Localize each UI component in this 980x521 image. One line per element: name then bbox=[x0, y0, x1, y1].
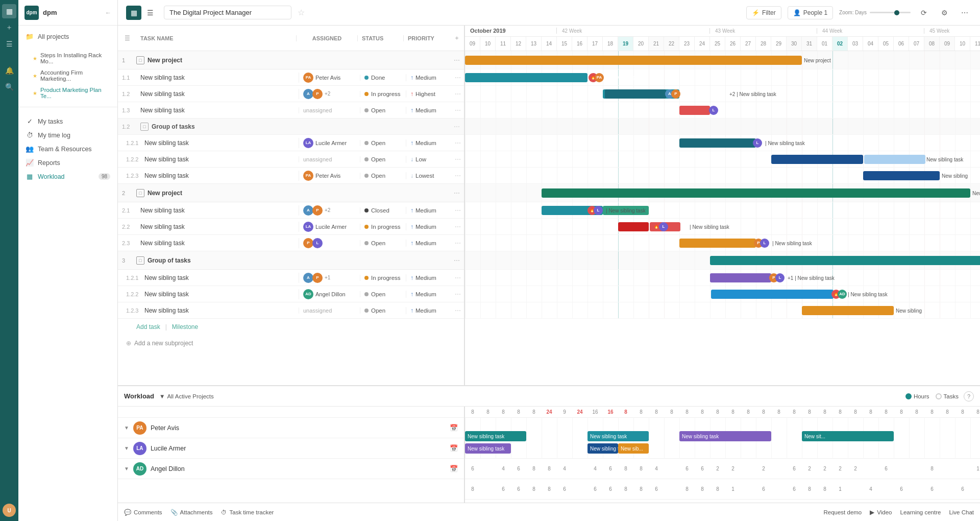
wl-cal-icon[interactable]: 📅 bbox=[450, 465, 458, 472]
sidebar-item-team-resources[interactable]: 👥 Team & Resources bbox=[18, 142, 117, 156]
add-task-row[interactable]: Add task | Milestone bbox=[118, 319, 464, 335]
task-more-button[interactable]: ⋯ bbox=[452, 90, 464, 98]
expand-arrow[interactable]: ▼ bbox=[124, 466, 129, 471]
filter-button[interactable]: ⚡ Filter bbox=[746, 6, 781, 19]
expand-arrow[interactable]: ▼ bbox=[124, 445, 129, 451]
task-assigned: unassigned bbox=[299, 107, 360, 113]
workload-section: Workload ▼ All Active Projects Hours Tas… bbox=[118, 385, 980, 503]
expand-arrow[interactable]: ▼ bbox=[124, 425, 129, 431]
subtask-row-1-2-2[interactable]: 1.2.2 New sibling task unassigned Open ↓… bbox=[118, 151, 464, 168]
task-more-button[interactable]: ⋯ bbox=[452, 74, 464, 81]
project-row-3[interactable]: 3 □ Group of tasks ⋯ bbox=[118, 251, 464, 270]
bell-icon[interactable]: 🔔 bbox=[2, 63, 16, 78]
task-more-button[interactable]: ⋯ bbox=[452, 107, 464, 114]
workload-person-angel[interactable]: ▼ AD Angel Dillon 📅 bbox=[118, 459, 464, 479]
user-avatar[interactable]: U bbox=[3, 504, 16, 517]
add-subproject-row[interactable]: ⊕ Add a new subproject bbox=[118, 335, 464, 351]
gantt-view-button[interactable]: ▦ bbox=[126, 6, 141, 20]
project-row-2[interactable]: 2 □ New project ⋯ bbox=[118, 184, 464, 202]
task-row-2-1[interactable]: 2.1 New sibling task A P +2 Closed ↑ bbox=[118, 202, 464, 219]
attachments-button[interactable]: 📎 Attachments bbox=[170, 509, 213, 516]
add-task-button[interactable]: Add task bbox=[136, 323, 160, 330]
sidebar-item-all-projects[interactable]: 📁 All projects bbox=[18, 30, 117, 43]
project-collapse-icon[interactable]: □ bbox=[136, 256, 144, 265]
task-more-button[interactable]: ⋯ bbox=[452, 139, 464, 147]
status-label: Open bbox=[371, 140, 385, 146]
gantt-chart[interactable]: October 2019 42 Week 43 Week 44 Week 45 … bbox=[465, 26, 980, 385]
zoom-slider[interactable] bbox=[870, 12, 911, 13]
comments-button[interactable]: 💬 Comments bbox=[124, 509, 162, 516]
more-options-button[interactable]: ⋯ bbox=[958, 6, 972, 20]
search-icon[interactable]: 🔍 bbox=[2, 80, 16, 94]
priority-label: Low bbox=[415, 156, 426, 162]
task-row-1-3[interactable]: 1.3 New sibling task unassigned Open ↑ M… bbox=[118, 102, 464, 119]
group-more-button[interactable]: ⋯ bbox=[454, 123, 460, 130]
priority-label: Medium bbox=[415, 107, 436, 113]
sidebar-item-my-time-log[interactable]: ⏱ My time log bbox=[18, 128, 117, 142]
project-name-input[interactable] bbox=[164, 6, 291, 19]
task-more-button[interactable]: ⋯ bbox=[452, 223, 464, 230]
workload-person-lucile[interactable]: ▼ LA Lucile Armer 📅 bbox=[118, 438, 464, 459]
video-button[interactable]: ▶ Video bbox=[870, 509, 892, 516]
hours-radio[interactable]: Hours bbox=[905, 393, 929, 399]
task-row-2-3[interactable]: 2.3 New sibling task P L Open ↑ Medium bbox=[118, 235, 464, 251]
subtask-row-3-3[interactable]: 1.2.3 New sibling task unassigned Open ↑… bbox=[118, 302, 464, 319]
help-button[interactable]: ? bbox=[964, 391, 974, 401]
tasks-radio[interactable]: Tasks bbox=[936, 393, 959, 399]
sidebar-item-workload[interactable]: ▦ Workload 98 bbox=[18, 170, 117, 183]
project-more-button[interactable]: ⋯ bbox=[454, 257, 460, 264]
add-column-button[interactable]: ＋ bbox=[450, 34, 464, 42]
starred-project-1[interactable]: ★ Steps In Installing Rack Mo... bbox=[18, 50, 117, 67]
settings-button[interactable]: ⚙ bbox=[937, 6, 951, 20]
workload-filter-button[interactable]: ▼ All Active Projects bbox=[159, 393, 214, 399]
task-more-button[interactable]: ⋯ bbox=[452, 307, 464, 314]
workload-person-peter[interactable]: ▼ PA Peter Avis 📅 bbox=[118, 418, 464, 438]
learning-button[interactable]: Learning centre bbox=[900, 509, 941, 515]
project-collapse-icon[interactable]: □ bbox=[136, 56, 144, 64]
task-more-button[interactable]: ⋯ bbox=[452, 156, 464, 163]
task-row-2-2[interactable]: 2.2 New sibling task LA Lucile Armer In … bbox=[118, 219, 464, 235]
history-button[interactable]: ⟳ bbox=[917, 6, 931, 20]
subtask-row-3-2[interactable]: 1.2.2 New sibling task AD Angel Dillon O… bbox=[118, 286, 464, 302]
group-collapse-icon[interactable]: □ bbox=[140, 123, 149, 131]
project-more-button[interactable]: ⋯ bbox=[454, 57, 460, 64]
subtask-row-1-2-3[interactable]: 1.2.3 New sibling task PA Peter Avis Ope… bbox=[118, 168, 464, 184]
task-more-button[interactable]: ⋯ bbox=[452, 207, 464, 214]
task-more-button[interactable]: ⋯ bbox=[452, 172, 464, 179]
task-priority: ↑ Highest bbox=[406, 90, 452, 98]
subtask-row-1-2-1[interactable]: 1.2.1 New sibling task LA Lucile Armer O… bbox=[118, 135, 464, 151]
task-row-1-1[interactable]: 1.1 New sibling task PA Peter Avis Done … bbox=[118, 69, 464, 86]
subtask-assigned: PA Peter Avis bbox=[299, 171, 360, 181]
request-demo-button[interactable]: Request demo bbox=[823, 509, 862, 515]
workload-gantt[interactable]: 8888824924161688888888888888888888888888… bbox=[465, 407, 980, 503]
wl-cal-icon[interactable]: 📅 bbox=[450, 424, 458, 432]
back-button[interactable]: ← bbox=[105, 9, 111, 16]
grid-icon[interactable]: ▦ bbox=[2, 4, 16, 18]
task-more-button[interactable]: ⋯ bbox=[452, 274, 464, 281]
project-more-button[interactable]: ⋯ bbox=[454, 190, 460, 197]
task-name: New sibling task bbox=[136, 240, 299, 247]
sidebar-item-reports[interactable]: 📈 Reports bbox=[18, 156, 117, 170]
wl-cal-icon[interactable]: 📅 bbox=[450, 444, 458, 452]
live-chat-button[interactable]: Live Chat bbox=[949, 509, 974, 515]
priority-icon: ↑ bbox=[410, 223, 413, 230]
task-row-1-2[interactable]: 1.2 New sibling task A P +2 In progress bbox=[118, 86, 464, 102]
header-menu-icon[interactable]: ☰ bbox=[118, 35, 136, 42]
plus-icon[interactable]: ＋ bbox=[2, 20, 16, 35]
task-time-tracker-button[interactable]: ⏱ Task time tracker bbox=[221, 509, 274, 515]
project-row-1[interactable]: 1 □ New project ⋯ bbox=[118, 51, 464, 69]
status-dot bbox=[364, 174, 369, 178]
favorite-button[interactable]: ☆ bbox=[298, 8, 305, 17]
sidebar-item-my-tasks[interactable]: ✓ My tasks bbox=[18, 114, 117, 128]
starred-project-3[interactable]: ★ Product Marketing Plan Te... bbox=[18, 84, 117, 102]
group-row-1-2[interactable]: 1.2 □ Group of tasks ⋯ bbox=[118, 119, 464, 135]
subtask-row-3-1[interactable]: 1.2.1 New sibling task A P +1 In progres… bbox=[118, 270, 464, 286]
milestone-button[interactable]: Milestone bbox=[172, 323, 198, 330]
list-view-button[interactable]: ☰ bbox=[142, 6, 158, 20]
menu-icon[interactable]: ☰ bbox=[2, 37, 16, 51]
project-collapse-icon[interactable]: □ bbox=[136, 189, 144, 197]
people-button[interactable]: 👤 People 1 bbox=[788, 6, 833, 19]
starred-project-2[interactable]: ★ Accounting Firm Marketing... bbox=[18, 67, 117, 84]
task-more-button[interactable]: ⋯ bbox=[452, 291, 464, 298]
task-more-button[interactable]: ⋯ bbox=[452, 240, 464, 247]
